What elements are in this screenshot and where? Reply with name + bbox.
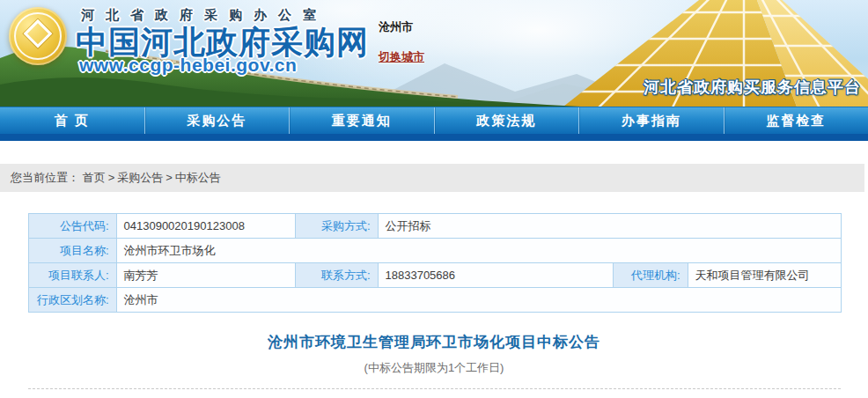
dashed-divider	[28, 388, 841, 389]
table-row: 行政区划名称: 沧州市	[28, 288, 841, 313]
field-label-project-name: 项目名称:	[28, 239, 116, 263]
field-label-contact-phone: 联系方式:	[295, 263, 378, 288]
site-url: www.ccgp-hebei.gov.cn	[79, 55, 297, 76]
main-nav: 首 页 采购公告 重要通知 政策法规 办事指南 监督检查	[0, 107, 868, 134]
nav-item-important-notices[interactable]: 重要通知	[290, 107, 435, 134]
breadcrumb-separator: >	[108, 171, 115, 184]
field-label-agency: 代理机构:	[613, 263, 688, 288]
switch-city-link[interactable]: 切换城市	[379, 49, 424, 65]
project-info-table: 公告代码: 0413090020190123008 采购方式: 公开招标 项目名…	[28, 213, 842, 313]
field-value-project-name: 沧州市环卫市场化	[116, 239, 841, 263]
field-label-procurement-method: 采购方式:	[295, 214, 378, 239]
announcement-title: 沧州市环境卫生管理局环卫市场化项目中标公告	[28, 332, 841, 352]
field-label-announcement-code: 公告代码:	[28, 214, 116, 239]
field-label-district: 行政区划名称:	[28, 288, 116, 313]
breadcrumb-item-home[interactable]: 首页	[83, 171, 106, 184]
site-logo-icon	[9, 7, 67, 65]
breadcrumb-separator: >	[166, 171, 173, 184]
nav-item-home[interactable]: 首 页	[0, 107, 145, 134]
nav-bottom-strip	[0, 134, 868, 141]
breadcrumb-prefix: 您当前位置：	[11, 171, 79, 184]
breadcrumb: 您当前位置： 首页>采购公告>中标公告	[0, 164, 864, 192]
breadcrumb-item-procurement-announcements[interactable]: 采购公告	[117, 171, 163, 184]
breadcrumb-item-award-announcement[interactable]: 中标公告	[175, 171, 221, 184]
announcement-subtitle: (中标公告期限为1个工作日)	[28, 360, 841, 376]
city-selector: 沧州市 切换城市	[379, 19, 449, 65]
field-value-district: 沧州市	[116, 288, 841, 313]
field-value-announcement-code: 0413090020190123008	[116, 214, 295, 239]
field-label-project-contact: 项目联系人:	[28, 263, 116, 288]
nav-item-supervision-inspection[interactable]: 监督检查	[725, 107, 868, 134]
nav-item-procurement-announcements[interactable]: 采购公告	[145, 107, 291, 134]
current-city-label: 沧州市	[379, 19, 449, 35]
table-row: 公告代码: 0413090020190123008 采购方式: 公开招标	[28, 214, 841, 239]
nav-item-service-guide[interactable]: 办事指南	[579, 107, 725, 134]
table-row: 项目名称: 沧州市环卫市场化	[28, 239, 841, 263]
platform-label: 河北省政府购买服务信息平台	[644, 77, 861, 98]
table-row: 项目联系人: 南芳芳 联系方式: 18833705686 代理机构: 天和项目管…	[28, 263, 841, 288]
announcement-detail: 公告代码: 0413090020190123008 采购方式: 公开招标 项目名…	[28, 213, 841, 398]
field-value-project-contact: 南芳芳	[116, 263, 295, 288]
field-value-agency: 天和项目管理有限公司	[688, 263, 841, 288]
nav-item-policies-regulations[interactable]: 政策法规	[435, 107, 580, 134]
field-value-contact-phone: 18833705686	[378, 263, 613, 288]
field-value-procurement-method: 公开招标	[378, 214, 841, 239]
site-banner: 河北省政府采购办公室 中国河北政府采购网 www.ccgp-hebei.gov.…	[0, 0, 868, 107]
